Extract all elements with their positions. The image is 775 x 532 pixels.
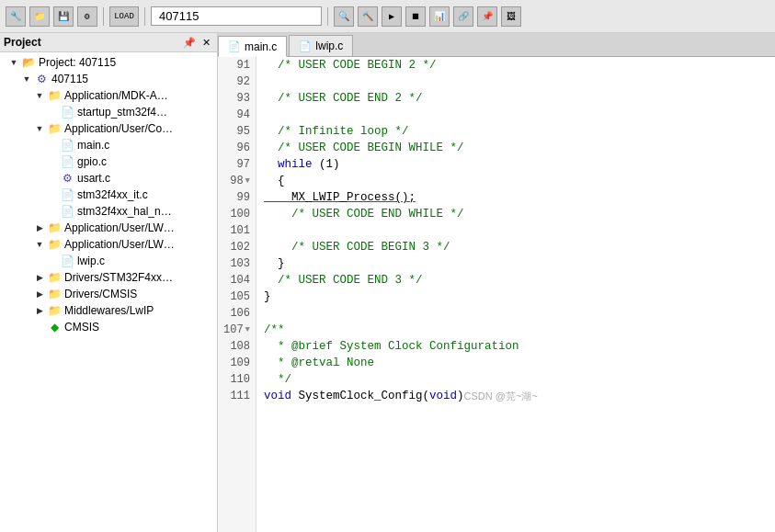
line-numbers: 91 92 93 94 95 96 97 98▼ 99 100 101 102 …: [218, 57, 256, 532]
tree-item-app-user-co[interactable]: ▼ 📁 Application/User/Co…: [0, 120, 217, 137]
close-icon[interactable]: ✕: [199, 35, 213, 50]
tree-label-stm32-it: stm32f4xx_it.c: [77, 188, 148, 201]
toolbar-sep-3: [327, 7, 328, 26]
toolbar-icon-11[interactable]: 📌: [477, 6, 497, 27]
ln-107: 107▼: [218, 322, 256, 338]
tree-item-drivers-stm32[interactable]: ▶ 📁 Drivers/STM32F4xx…: [0, 269, 217, 286]
collapse-98[interactable]: ▼: [245, 173, 250, 189]
toolbar-icon-1[interactable]: 🔧: [6, 6, 26, 27]
toggle-app-mdk[interactable]: ▼: [33, 89, 46, 102]
toggle-app-user-lw1[interactable]: ▶: [33, 221, 46, 234]
code-line-102: /* USER CODE BEGIN 3 */: [264, 239, 775, 255]
toolbar-icon-2[interactable]: 📁: [29, 6, 50, 27]
ln-109: 109: [218, 355, 256, 371]
code-line-106: [264, 305, 775, 322]
ln-106: 106: [218, 305, 256, 322]
toolbar-icon-5[interactable]: 🔍: [334, 6, 354, 27]
toolbar-icon-6[interactable]: 🔨: [358, 6, 378, 27]
toolbar-icon-7[interactable]: ▶: [382, 6, 402, 27]
tree-label-main-c: main.c: [77, 139, 109, 152]
tree-label-drivers-stm32: Drivers/STM32F4xx…: [64, 271, 173, 284]
file-icon-startup: 📄: [60, 105, 74, 119]
tree-item-drivers-cmsis[interactable]: ▶ 📁 Drivers/CMSIS: [0, 286, 217, 302]
toggle-middlewares-lwip[interactable]: ▶: [33, 304, 46, 317]
ln-96: 96: [218, 140, 256, 156]
toolbar-icon-12[interactable]: 🖼: [501, 6, 521, 27]
code-line-95: /* Infinite loop */: [264, 123, 775, 140]
tree-label-407115: 407115: [51, 73, 88, 85]
tab-icon-main-c: 📄: [228, 40, 241, 52]
ln-95: 95: [218, 123, 256, 140]
gear-icon: ⚙: [34, 72, 49, 86]
toggle-407115[interactable]: ▼: [20, 73, 33, 85]
code-line-105: }: [264, 289, 775, 305]
toolbar-icon-load[interactable]: LOAD: [109, 6, 139, 27]
code-content[interactable]: /* USER CODE BEGIN 2 */ /* USER CODE END…: [256, 57, 775, 532]
tree-item-gpio-c[interactable]: 📄 gpio.c: [0, 153, 217, 170]
tree-item-app-mdk[interactable]: ▼ 📁 Application/MDK-A…: [0, 87, 217, 104]
pin-icon[interactable]: 📌: [182, 35, 197, 50]
tree-item-407115[interactable]: ▼ ⚙ 407115: [0, 71, 217, 87]
tree-item-lwip-c[interactable]: 📄 lwip.c: [0, 253, 217, 269]
collapse-107[interactable]: ▼: [245, 322, 250, 338]
code-line-92: [264, 74, 775, 90]
tab-icon-lwip-c: 📄: [299, 40, 312, 52]
toggle-drivers-cmsis[interactable]: ▶: [33, 288, 46, 300]
code-line-97: while (1): [264, 156, 775, 173]
tree-label-usart-c: usart.c: [77, 172, 110, 185]
toggle-drivers-stm32[interactable]: ▶: [33, 271, 46, 284]
tree-item-middlewares-lwip[interactable]: ▶ 📁 Middlewares/LwIP: [0, 302, 217, 319]
folder-icon-lw1: 📁: [47, 221, 62, 235]
sidebar-header-icons: 📌 ✕: [182, 35, 213, 50]
toolbar-icon-8[interactable]: ⏹: [405, 6, 426, 27]
code-line-91: /* USER CODE BEGIN 2 */: [264, 57, 775, 74]
main-layout: Project 📌 ✕ ▼ 📂 Project: 407115 ▼ ⚙ 4071…: [0, 33, 775, 532]
tree-item-startup[interactable]: 📄 startup_stm32f4…: [0, 104, 217, 120]
tree-label-startup: startup_stm32f4…: [77, 106, 167, 119]
ln-104: 104: [218, 272, 256, 289]
toolbar-icon-10[interactable]: 🔗: [453, 6, 473, 27]
file-icon-stm32-it: 📄: [60, 187, 74, 202]
code-editor: 91 92 93 94 95 96 97 98▼ 99 100 101 102 …: [218, 57, 775, 532]
folder-icon-middlewares-lwip: 📁: [47, 303, 62, 318]
tree-item-project-root[interactable]: ▼ 📂 Project: 407115: [0, 54, 217, 71]
tab-main-c[interactable]: 📄 main.c: [218, 36, 287, 57]
tree-item-usart-c[interactable]: ⚙ usart.c: [0, 170, 217, 187]
tree-item-stm32-hal[interactable]: 📄 stm32f4xx_hal_n…: [0, 203, 217, 220]
code-line-100: /* USER CODE END WHILE */: [264, 206, 775, 222]
tree-item-app-user-lw1[interactable]: ▶ 📁 Application/User/LW…: [0, 220, 217, 236]
folder-icon-user-co: 📁: [47, 121, 62, 136]
file-icon-main-c: 📄: [60, 138, 74, 153]
tree-item-app-user-lw2[interactable]: ▼ 📁 Application/User/LW…: [0, 236, 217, 253]
toggle-app-user-lw2[interactable]: ▼: [33, 238, 46, 251]
code-line-101: [264, 222, 775, 239]
ln-105: 105: [218, 289, 256, 305]
toolbar: 🔧 📁 💾 ⚙ LOAD 🔍 🔨 ▶ ⏹ 📊 🔗 📌 🖼: [0, 0, 775, 33]
ln-99: 99: [218, 189, 256, 206]
sidebar-tree: ▼ 📂 Project: 407115 ▼ ⚙ 407115 ▼ 📁 Appli…: [0, 52, 217, 532]
code-line-99: MX_LWIP_Process();: [264, 189, 775, 206]
ln-108: 108: [218, 338, 256, 355]
project-root-icon: 📂: [21, 55, 36, 70]
ln-92: 92: [218, 74, 256, 90]
toggle-project-root[interactable]: ▼: [7, 56, 20, 69]
tree-label-app-user-co: Application/User/Co…: [64, 122, 173, 135]
toggle-app-user-co[interactable]: ▼: [33, 122, 46, 135]
code-line-108: * @brief System Clock Configuration: [264, 338, 775, 355]
ln-97: 97: [218, 156, 256, 173]
tab-bar: 📄 main.c 📄 lwip.c: [218, 33, 775, 57]
tree-label-app-user-lw2: Application/User/LW…: [64, 238, 175, 251]
tree-item-stm32-it[interactable]: 📄 stm32f4xx_it.c: [0, 187, 217, 203]
folder-icon-mdk: 📁: [47, 88, 62, 103]
project-id-input[interactable]: [151, 6, 322, 26]
tree-label-middlewares-lwip: Middlewares/LwIP: [64, 304, 154, 317]
editor-area: 📄 main.c 📄 lwip.c 91 92 93 94 95 96 97 9…: [218, 33, 775, 532]
toolbar-icon-4[interactable]: ⚙: [77, 6, 97, 27]
tab-lwip-c[interactable]: 📄 lwip.c: [289, 35, 353, 56]
tree-label-cmsis: CMSIS: [64, 321, 99, 334]
toolbar-icon-9[interactable]: 📊: [429, 6, 450, 27]
toolbar-icon-3[interactable]: 💾: [53, 6, 74, 27]
tree-item-cmsis[interactable]: ◆ CMSIS: [0, 319, 217, 335]
tree-item-main-c[interactable]: 📄 main.c: [0, 137, 217, 153]
sidebar-title: Project: [4, 36, 41, 49]
